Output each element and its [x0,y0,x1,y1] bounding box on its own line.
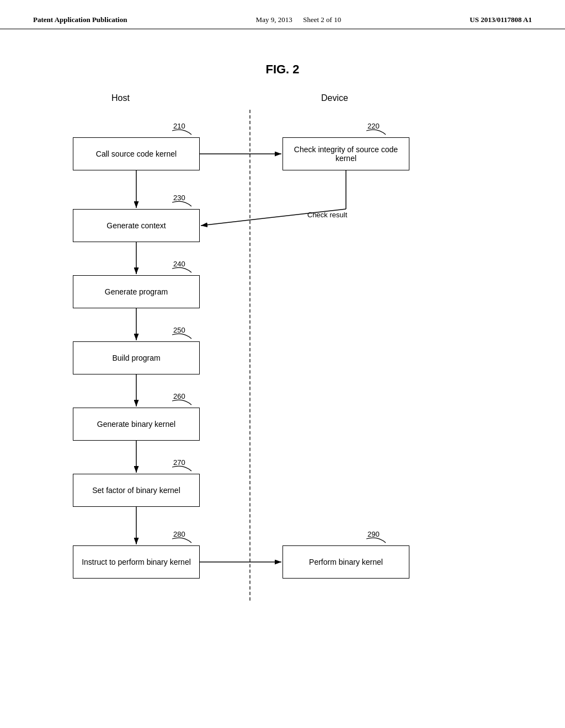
box-270: Set factor of binary kernel [73,474,200,507]
divider [249,110,250,601]
svg-line-3 [201,209,346,226]
svg-text:210: 210 [173,122,185,130]
svg-text:260: 260 [173,392,185,400]
box-240: Generate program [73,275,200,308]
header-left: Patent Application Publication [33,15,127,24]
svg-text:230: 230 [173,194,185,202]
box-220: Check integrity of source code kernel [282,137,409,170]
svg-text:Check result: Check result [307,211,348,219]
header-center: May 9, 2013 Sheet 2 of 10 [256,15,342,24]
svg-text:240: 240 [173,260,185,268]
page-header: Patent Application Publication May 9, 20… [0,0,565,29]
svg-text:220: 220 [367,122,380,130]
figure-title: FIG. 2 [0,62,565,77]
header-right: US 2013/0117808 A1 [470,15,532,24]
svg-text:270: 270 [173,458,185,467]
svg-text:280: 280 [173,530,185,538]
device-label: Device [321,93,348,103]
box-280: Instruct to perform binary kernel [73,545,200,579]
box-230: Generate context [73,209,200,242]
box-210: Call source code kernel [73,137,200,170]
host-label: Host [111,93,130,103]
box-290: Perform binary kernel [282,545,409,579]
svg-text:250: 250 [173,326,185,334]
box-260: Generate binary kernel [73,408,200,441]
diagram: Host Device 210 [45,93,520,617]
box-250: Build program [73,341,200,374]
svg-text:290: 290 [367,530,380,538]
